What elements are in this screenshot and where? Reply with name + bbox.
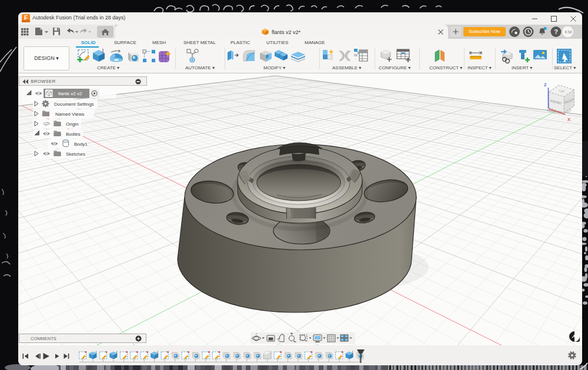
- svg-text:K: K: [565, 29, 568, 35]
- svg-text:M: M: [568, 29, 572, 35]
- svg-text:?: ?: [554, 28, 558, 35]
- svg-text:X: X: [567, 117, 570, 122]
- svg-text:Z: Z: [544, 82, 547, 88]
- svg-text:flants v2 v2*: flants v2 v2*: [272, 29, 301, 35]
- svg-text:F: F: [24, 15, 28, 21]
